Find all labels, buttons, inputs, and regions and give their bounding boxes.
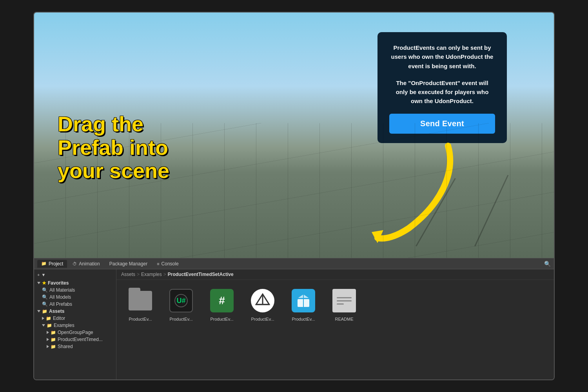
file-label-5: ProductEv... bbox=[292, 317, 315, 321]
breadcrumb-current: ProductEventTimedSetActive bbox=[168, 272, 234, 277]
sidebar-item-all-prefabs[interactable]: 🔍 All Prefabs bbox=[34, 301, 116, 308]
examples-folder-icon: 📁 bbox=[47, 323, 52, 328]
editor-label: Editor bbox=[53, 316, 65, 321]
sidebar-item-editor[interactable]: 📁 Editor bbox=[34, 315, 116, 322]
send-event-button[interactable]: Send Event bbox=[389, 114, 495, 134]
file-item-package[interactable]: ProductEv... bbox=[286, 286, 321, 321]
file-item-udon[interactable]: U# ProductEv... bbox=[163, 286, 199, 321]
readme-line-2 bbox=[337, 300, 352, 301]
tab-project[interactable]: 📁 Project bbox=[37, 260, 67, 268]
tab-animation-label: Animation bbox=[79, 261, 100, 267]
readme-file-icon bbox=[332, 289, 356, 312]
unity-file-icon bbox=[251, 289, 274, 312]
search-icon[interactable]: 🔍 bbox=[544, 261, 551, 267]
drag-instruction-text: Drag the Prefab into your scene bbox=[58, 113, 214, 182]
sidebar-add-button[interactable]: + bbox=[37, 272, 40, 277]
svg-marker-0 bbox=[372, 230, 383, 243]
arrow-svg bbox=[370, 142, 456, 244]
udon-file-icon: U# bbox=[169, 289, 193, 312]
breadcrumb-examples[interactable]: Examples bbox=[141, 272, 162, 277]
hash-icon-wrap: # bbox=[207, 286, 236, 315]
examples-chevron-icon bbox=[42, 324, 45, 327]
road-line-1 bbox=[474, 175, 508, 247]
examples-label: Examples bbox=[54, 323, 74, 328]
scene-viewport[interactable]: Drag the Prefab into your scene ProductE… bbox=[34, 13, 554, 258]
package-file-icon bbox=[292, 289, 315, 312]
unity-icon-wrap bbox=[248, 286, 277, 315]
sidebar-item-all-models[interactable]: 🔍 All Models bbox=[34, 294, 116, 301]
readme-line-1 bbox=[337, 297, 352, 298]
assets-folder-icon: 📁 bbox=[42, 309, 47, 314]
file-grid: ProductEv... U# ProductEv.. bbox=[116, 280, 554, 328]
favorites-label: Favorites bbox=[48, 280, 69, 286]
tab-console[interactable]: ≡ Console bbox=[153, 260, 182, 268]
file-label-6: README bbox=[335, 317, 353, 321]
star-icon: ★ bbox=[42, 280, 46, 286]
editor-window: Drag the Prefab into your scene ProductE… bbox=[33, 12, 555, 380]
package-icon-wrap bbox=[289, 286, 318, 315]
sidebar-item-product-event-timed[interactable]: 📁 ProductEventTimed... bbox=[34, 336, 116, 343]
tab-animation[interactable]: ⏱ Animation bbox=[69, 260, 103, 268]
breadcrumb-sep-2: > bbox=[163, 272, 166, 277]
sidebar: + ▼ ★ Favorites 🔍 All Materials 🔍 All Mo… bbox=[34, 269, 116, 379]
folder-file-icon bbox=[129, 291, 152, 310]
product-event-timed-label: ProductEventTimed... bbox=[58, 337, 103, 342]
open-group-page-label: OpenGroupPage bbox=[58, 330, 93, 335]
ogp-chevron-icon bbox=[47, 331, 49, 334]
file-label-4: ProductEv... bbox=[251, 317, 274, 321]
sidebar-item-favorites[interactable]: ★ Favorites bbox=[34, 279, 116, 287]
main-content: + ▼ ★ Favorites 🔍 All Materials 🔍 All Mo… bbox=[34, 269, 554, 379]
readme-lines bbox=[337, 297, 352, 305]
bottom-panel: 📁 Project ⏱ Animation Package Manager ≡ … bbox=[34, 258, 554, 379]
readme-line-3 bbox=[337, 303, 344, 305]
svg-text:U#: U# bbox=[176, 297, 185, 305]
breadcrumb-assets[interactable]: Assets bbox=[121, 272, 135, 277]
file-label-2: ProductEv... bbox=[169, 317, 192, 321]
search-sm-icon: 🔍 bbox=[42, 287, 48, 293]
shared-folder-icon: 📁 bbox=[51, 344, 56, 349]
chevron-down-icon bbox=[37, 282, 40, 284]
tab-bar: 📁 Project ⏱ Animation Package Manager ≡ … bbox=[34, 258, 554, 269]
sidebar-item-all-materials[interactable]: 🔍 All Materials bbox=[34, 287, 116, 294]
sidebar-item-open-group-page[interactable]: 📁 OpenGroupPage bbox=[34, 329, 116, 336]
folder-icon-wrap bbox=[126, 286, 155, 315]
file-label-3: ProductEv... bbox=[210, 317, 233, 321]
readme-icon-wrap bbox=[330, 286, 359, 315]
breadcrumb-sep-1: > bbox=[137, 272, 140, 277]
assets-label: Assets bbox=[49, 309, 64, 314]
pet-folder-icon: 📁 bbox=[51, 337, 56, 342]
project-tab-icon: 📁 bbox=[41, 261, 47, 266]
tab-project-label: Project bbox=[49, 261, 63, 267]
editor-chevron-icon bbox=[42, 317, 44, 320]
file-label-1: ProductEv... bbox=[129, 317, 152, 321]
hash-file-icon: # bbox=[210, 289, 234, 312]
file-item-csharp[interactable]: # ProductEv... bbox=[204, 286, 240, 321]
info-card: ProductEvents can only be sent by users … bbox=[377, 32, 507, 143]
breadcrumb: Assets > Examples > ProductEventTimedSet… bbox=[116, 269, 554, 280]
tab-package-manager[interactable]: Package Manager bbox=[105, 260, 151, 268]
all-models-label: All Models bbox=[49, 294, 71, 300]
shared-chevron-icon bbox=[47, 345, 49, 348]
console-tab-icon: ≡ bbox=[157, 261, 159, 266]
file-item-readme[interactable]: README bbox=[327, 286, 362, 321]
info-card-text1: ProductEvents can only be sent by users … bbox=[389, 43, 495, 71]
all-prefabs-label: All Prefabs bbox=[49, 301, 72, 307]
road-line-2 bbox=[416, 178, 456, 247]
file-browser: Assets > Examples > ProductEventTimedSet… bbox=[116, 269, 554, 379]
udon-icon-wrap: U# bbox=[167, 286, 196, 315]
info-card-text2: The "OnProductEvent" event will only be … bbox=[389, 78, 495, 106]
sidebar-item-shared[interactable]: 📁 Shared bbox=[34, 343, 116, 350]
search-sm3-icon: 🔍 bbox=[42, 301, 48, 307]
sidebar-item-assets[interactable]: 📁 Assets bbox=[34, 308, 116, 315]
sidebar-controls[interactable]: + ▼ bbox=[34, 272, 116, 278]
sidebar-item-examples[interactable]: 📁 Examples bbox=[34, 322, 116, 329]
ogp-folder-icon: 📁 bbox=[51, 330, 56, 335]
all-materials-label: All Materials bbox=[49, 287, 75, 293]
sidebar-dropdown-icon[interactable]: ▼ bbox=[41, 272, 45, 277]
animation-tab-icon: ⏱ bbox=[73, 261, 77, 266]
tab-package-manager-label: Package Manager bbox=[109, 261, 147, 267]
tab-console-label: Console bbox=[162, 261, 179, 267]
pet-chevron-icon bbox=[47, 338, 49, 341]
file-item-folder[interactable]: ProductEv... bbox=[123, 286, 158, 321]
file-item-unity[interactable]: ProductEv... bbox=[245, 286, 280, 321]
